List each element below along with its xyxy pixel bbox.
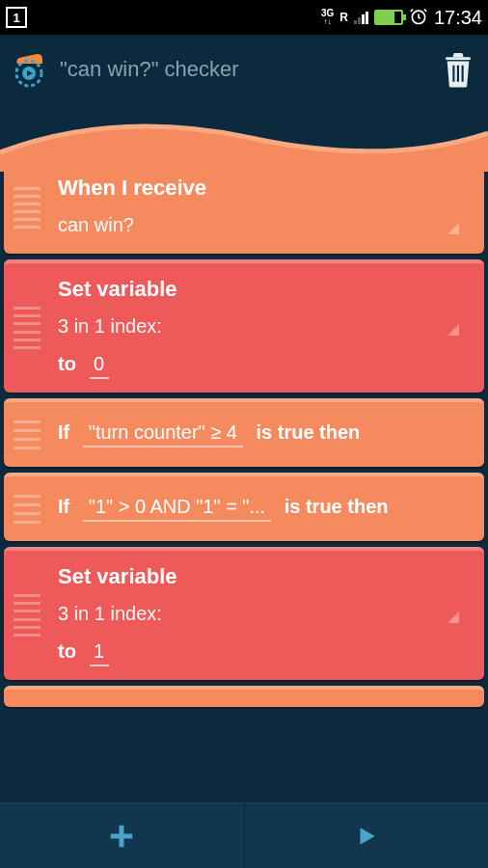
variable-field[interactable]: 3 in 1 index:	[58, 312, 467, 341]
if-label: If	[58, 421, 69, 443]
if-label: If	[58, 496, 69, 517]
then-label: is true then	[285, 496, 389, 517]
block-title: Set variable	[58, 277, 467, 302]
condition-input[interactable]: "turn counter" ≥ 4	[83, 421, 243, 448]
block-title: Set variable	[58, 564, 467, 589]
condition-input[interactable]: "1" > 0 AND "1" = "...	[83, 496, 271, 522]
if-block[interactable]: If "1" > 0 AND "1" = "... is true then	[4, 473, 484, 541]
signal-bars-icon	[354, 11, 368, 24]
drag-grip-icon[interactable]	[14, 495, 41, 524]
battery-icon	[374, 10, 403, 25]
script-canvas[interactable]: When I receive can win? Set variable 3 i…	[0, 104, 488, 802]
then-label: is true then	[256, 421, 360, 443]
play-button[interactable]	[244, 803, 489, 868]
delete-button[interactable]	[442, 50, 474, 89]
page-title: "can win?" checker	[60, 57, 430, 82]
block-title: When I receive	[58, 176, 467, 201]
drag-grip-icon[interactable]	[14, 187, 41, 230]
svg-rect-4	[457, 66, 459, 82]
variable-field[interactable]: 3 in 1 index:	[58, 599, 467, 629]
when-receive-block[interactable]: When I receive can win?	[4, 162, 484, 254]
status-time: 17:34	[434, 7, 482, 29]
to-label: to	[58, 353, 76, 375]
set-variable-block[interactable]: Set variable 3 in 1 index: to 1	[4, 547, 484, 680]
status-left: 1	[6, 7, 27, 28]
dropdown-corner-icon	[447, 324, 459, 336]
set-variable-block[interactable]: Set variable 3 in 1 index: to 0	[4, 259, 484, 393]
drag-grip-icon[interactable]	[14, 420, 41, 449]
alarm-icon	[409, 7, 428, 29]
notification-count-badge: 1	[6, 7, 27, 28]
drag-grip-icon[interactable]	[14, 594, 41, 637]
dropdown-corner-icon	[447, 223, 459, 234]
network-3g-icon: 3G ↑↓	[321, 9, 334, 26]
to-label: to	[58, 640, 76, 663]
value-input[interactable]: 1	[90, 640, 109, 666]
value-input[interactable]: 0	[90, 353, 109, 379]
status-bar: 1 3G ↑↓ R 17:34	[0, 0, 488, 35]
svg-rect-3	[452, 66, 454, 82]
message-field[interactable]: can win?	[58, 210, 467, 240]
svg-rect-5	[462, 66, 464, 82]
block-stub[interactable]	[4, 686, 484, 707]
add-button[interactable]	[0, 803, 244, 868]
app-logo-icon[interactable]	[10, 50, 48, 89]
app-bar: "can win?" checker	[0, 35, 488, 104]
dropdown-corner-icon	[447, 611, 459, 623]
drag-grip-icon[interactable]	[14, 307, 41, 349]
roaming-indicator: R	[339, 11, 348, 24]
if-block[interactable]: If "turn counter" ≥ 4 is true then	[4, 398, 484, 467]
bottom-toolbar	[0, 802, 488, 868]
status-right: 3G ↑↓ R 17:34	[321, 7, 482, 29]
